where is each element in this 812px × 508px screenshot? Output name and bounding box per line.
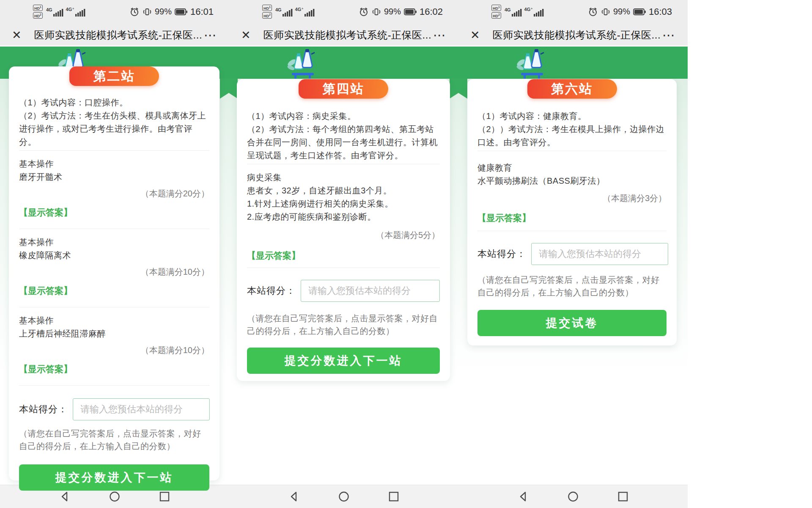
page-title: 医师实践技能模拟考试系统-正保医... <box>493 28 661 42</box>
divider <box>247 268 440 268</box>
hd1-icon: HD1 <box>33 5 43 11</box>
hd-voice-icons: HD1 HD2 <box>491 5 501 19</box>
status-bar: HD1 HD2 4G 4G⁺ 99% 16:03 <box>458 0 688 23</box>
nav-recents-icon[interactable] <box>388 491 400 502</box>
station-card: 第二站 （1）考试内容：口腔操作。 （2）考试方法：考生在仿头模、模具或离体牙上… <box>9 66 219 480</box>
network-type-label: 4G <box>505 7 511 12</box>
score-label: 本站得分： <box>19 403 68 416</box>
question-item: 病史采集 患者女，32岁，自述牙龈出血3个月。 1.针对上述病例进行相关的病史采… <box>247 164 440 262</box>
show-answer-link[interactable]: 【显示答案】 <box>247 249 440 262</box>
item-max-score: （本题满分10分） <box>19 265 209 278</box>
nav-home-icon[interactable] <box>567 491 579 502</box>
hd2-icon: HD2 <box>491 12 501 19</box>
battery-icon <box>175 8 187 16</box>
composite-of-three-phone-screenshots: HD1 HD2 4G 4G⁺ 99% 16:01 ✕ 医师实践技能模拟考试系统-… <box>0 0 812 508</box>
show-answer-link[interactable]: 【显示答案】 <box>477 211 667 224</box>
page-title: 医师实践技能模拟考试系统-正保医... <box>263 28 432 42</box>
submit-exam-button[interactable]: 提交试卷 <box>477 310 667 336</box>
browser-title-bar: ✕ 医师实践技能模拟考试系统-正保医... ⋯ <box>0 23 229 47</box>
nav-back-icon[interactable] <box>59 491 71 502</box>
hd-voice-icons: HD1 HD2 <box>262 5 272 19</box>
hd2-icon: HD2 <box>33 12 43 19</box>
alarm-icon <box>588 7 598 17</box>
network-type-label: 4G <box>275 7 282 12</box>
divider <box>477 231 667 231</box>
station-badge: 第六站 <box>527 79 617 99</box>
android-nav-bar <box>458 485 688 508</box>
more-menu-icon[interactable]: ⋯ <box>204 31 217 39</box>
battery-icon <box>404 8 417 16</box>
item-max-score: （本题满分20分） <box>19 187 209 200</box>
signal-4g-plus-icon: 4G⁺ <box>295 7 315 17</box>
score-input[interactable] <box>301 280 440 302</box>
exam-content-line: （1）考试内容：口腔操作。 <box>19 96 209 109</box>
vibrate-icon <box>143 7 152 17</box>
question-item: 基本操作 橡皮障隔离术 （本题满分10分） 【显示答案】 <box>19 229 209 297</box>
score-row: 本站得分： <box>477 243 667 265</box>
lab-flasks-illustration <box>516 48 545 79</box>
divider <box>19 385 209 386</box>
score-hint: （请您在自己写完答案后，点击显示答案，对好自己的得分后，在上方输入自己的分数） <box>247 312 440 337</box>
vibrate-icon <box>372 7 381 17</box>
score-hint: （请您在自己写完答案后，点击显示答案，对好自己的得分后，在上方输入自己的分数） <box>19 427 209 453</box>
signal-4g-plus-icon: 4G⁺ <box>524 7 544 17</box>
close-icon[interactable]: ✕ <box>12 28 22 42</box>
nav-home-icon[interactable] <box>109 491 121 502</box>
submit-score-button[interactable]: 提交分数进入下一站 <box>19 464 209 491</box>
nav-back-icon[interactable] <box>288 491 300 502</box>
battery-percent: 99% <box>613 7 630 17</box>
signal-4g-icon: 4G <box>46 7 63 17</box>
exam-method-line: （2）考试方法：每个考组的第四考站、第五考站合并在同一房间、使用同一台考生机进行… <box>247 123 440 162</box>
more-menu-icon[interactable]: ⋯ <box>662 31 676 39</box>
show-answer-link[interactable]: 【显示答案】 <box>19 206 209 219</box>
network-type-label: 4G⁺ <box>524 7 533 12</box>
task-line: 2.应考虑的可能疾病和鉴别诊断。 <box>247 210 440 224</box>
station-card: 第四站 （1）考试内容：病史采集。 （2）考试方法：每个考组的第四考站、第五考站… <box>237 79 450 381</box>
status-bar: HD1 HD2 4G 4G⁺ 99% 16:01 <box>0 0 229 23</box>
more-menu-icon[interactable]: ⋯ <box>433 31 447 39</box>
item-max-score: （本题满分10分） <box>19 344 209 356</box>
close-icon[interactable]: ✕ <box>470 28 480 42</box>
hd-voice-icons: HD1 HD2 <box>33 5 43 19</box>
score-hint: （请您在自己写完答案后，点击显示答案，对好自己的得分后，在上方输入自己的分数） <box>477 273 667 299</box>
battery-percent: 99% <box>155 7 172 17</box>
station-card: 第六站 （1）考试内容：健康教育。 （2））考试方法：考生在模具上操作，边操作边… <box>467 79 677 345</box>
network-type-label: 4G⁺ <box>295 7 304 12</box>
phone-screen-1: HD1 HD2 4G 4G⁺ 99% 16:01 ✕ 医师实践技能模拟考试系统-… <box>0 0 229 508</box>
nav-recents-icon[interactable] <box>617 491 629 502</box>
alarm-icon <box>359 7 369 17</box>
signal-4g-icon: 4G <box>505 7 522 17</box>
hd1-icon: HD1 <box>262 5 272 11</box>
score-label: 本站得分： <box>247 284 296 297</box>
station-badge: 第四站 <box>299 79 388 99</box>
item-name: 水平颤动拂刷法（BASS刷牙法） <box>477 174 667 188</box>
nav-back-icon[interactable] <box>517 491 529 502</box>
close-icon[interactable]: ✕ <box>241 28 251 42</box>
vibrate-icon <box>601 7 610 17</box>
item-category: 基本操作 <box>19 314 209 327</box>
score-label: 本站得分： <box>477 248 526 260</box>
show-answer-link[interactable]: 【显示答案】 <box>19 284 209 297</box>
lab-flasks-illustration <box>287 48 315 79</box>
question-item: 基本操作 磨牙开髓术 （本题满分20分） 【显示答案】 <box>19 151 209 219</box>
nav-recents-icon[interactable] <box>159 491 170 502</box>
score-input[interactable] <box>73 398 210 420</box>
network-type-label: 4G <box>46 7 52 12</box>
nav-home-icon[interactable] <box>338 491 350 502</box>
score-row: 本站得分： <box>247 280 440 302</box>
exam-content-line: （1）考试内容：病史采集。 <box>247 110 440 123</box>
score-row: 本站得分： <box>19 398 209 420</box>
signal-4g-icon: 4G <box>275 7 293 17</box>
item-category: 基本操作 <box>19 236 209 249</box>
clock-time: 16:01 <box>190 6 214 17</box>
phone-screen-2: HD1 HD2 4G 4G⁺ 99% 16:02 ✕ 医师实践技能模拟考试系统-… <box>229 0 458 508</box>
item-category: 病史采集 <box>247 171 440 184</box>
station-badge: 第二站 <box>69 66 159 86</box>
show-answer-link[interactable]: 【显示答案】 <box>19 362 209 375</box>
item-max-score: （本题满分5分） <box>247 229 440 241</box>
question-item: 基本操作 上牙槽后神经阻滞麻醉 （本题满分10分） 【显示答案】 <box>19 307 209 375</box>
phone-screen-3: HD1 HD2 4G 4G⁺ 99% 16:03 ✕ 医师实践技能模拟考试系统-… <box>458 0 688 508</box>
battery-percent: 99% <box>384 7 401 17</box>
submit-score-button[interactable]: 提交分数进入下一站 <box>247 348 440 374</box>
score-input[interactable] <box>531 243 668 265</box>
